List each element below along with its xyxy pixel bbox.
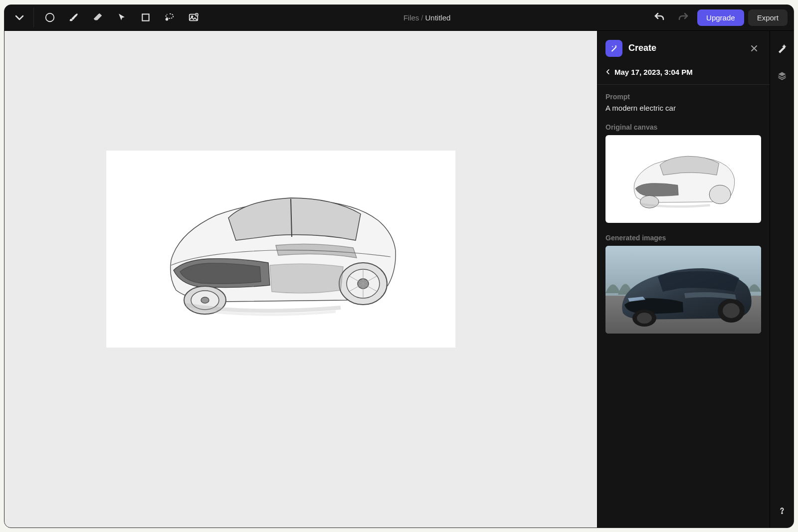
image-icon <box>188 12 199 23</box>
help-icon <box>777 506 787 516</box>
redo-icon <box>677 11 689 23</box>
layers-button[interactable] <box>774 68 790 84</box>
wand-icon <box>777 44 787 54</box>
circle-icon <box>44 12 55 23</box>
tool-pointer[interactable] <box>111 7 133 27</box>
panel-title: Create <box>628 43 741 53</box>
prompt-text: A modern electric car <box>605 104 762 112</box>
redo-button[interactable] <box>673 8 693 26</box>
menu-button[interactable] <box>10 8 28 26</box>
topbar-left <box>10 7 204 27</box>
panel-header: Create <box>598 31 770 64</box>
app-window: Files / Untitled Upgrade Export <box>4 4 794 528</box>
breadcrumb-root: Files <box>403 13 419 22</box>
chevron-left-icon <box>604 68 611 75</box>
svg-point-26 <box>782 513 783 514</box>
breadcrumb[interactable]: Files / Untitled <box>204 13 649 22</box>
back-button[interactable] <box>604 68 611 75</box>
tool-group <box>33 7 204 27</box>
create-panel: Create May 17, 2023, 3:04 PM Prompt A mo… <box>597 31 770 528</box>
topbar: Files / Untitled Upgrade Export <box>4 5 794 31</box>
tool-eraser[interactable] <box>87 7 109 27</box>
tool-crop[interactable] <box>135 7 157 27</box>
magic-tool-button[interactable] <box>774 41 790 57</box>
car-sketch-thumb <box>621 144 746 214</box>
svg-point-2 <box>166 18 168 20</box>
chevron-down-icon <box>13 11 25 23</box>
generated-car-render <box>605 246 761 334</box>
right-rail <box>770 31 794 528</box>
original-canvas-section: Original canvas <box>598 115 770 226</box>
tool-lasso[interactable] <box>159 7 181 27</box>
canvas-image[interactable] <box>106 151 455 348</box>
generated-images-section: Generated images <box>598 226 770 337</box>
panel-timestamp-row: May 17, 2023, 3:04 PM <box>598 64 770 84</box>
svg-point-0 <box>46 13 54 22</box>
close-panel-button[interactable] <box>747 41 762 56</box>
svg-rect-1 <box>142 14 149 20</box>
eraser-icon <box>92 12 103 23</box>
export-button[interactable]: Export <box>748 9 788 26</box>
breadcrumb-current: Untitled <box>425 13 451 22</box>
undo-button[interactable] <box>649 8 669 26</box>
lasso-icon <box>164 12 175 23</box>
undo-icon <box>653 11 665 23</box>
layers-icon <box>777 71 787 81</box>
svg-point-9 <box>201 297 209 303</box>
square-icon <box>141 12 151 22</box>
timestamp-text: May 17, 2023, 3:04 PM <box>614 68 693 76</box>
close-icon <box>749 43 759 53</box>
pointer-icon <box>117 12 127 22</box>
original-canvas-thumbnail[interactable] <box>605 135 761 223</box>
upgrade-button[interactable]: Upgrade <box>697 9 744 26</box>
svg-point-19 <box>709 185 731 204</box>
generated-images-label: Generated images <box>605 234 762 242</box>
svg-point-23 <box>637 313 652 324</box>
original-canvas-label: Original canvas <box>605 123 762 131</box>
prompt-label: Prompt <box>605 93 762 101</box>
topbar-right: Upgrade Export <box>649 8 788 26</box>
prompt-section: Prompt A modern electric car <box>598 85 770 115</box>
breadcrumb-separator: / <box>421 13 423 22</box>
tool-brush[interactable] <box>63 7 85 27</box>
generated-image-thumbnail[interactable] <box>605 246 761 334</box>
help-button[interactable] <box>774 503 790 519</box>
car-sketch-drawing <box>141 173 420 325</box>
canvas-area[interactable] <box>4 31 597 528</box>
magic-wand-icon <box>605 40 622 57</box>
brush-icon <box>68 12 79 23</box>
main-area: Create May 17, 2023, 3:04 PM Prompt A mo… <box>4 31 794 528</box>
svg-point-25 <box>723 303 740 318</box>
tool-circle[interactable] <box>39 7 61 27</box>
tool-image[interactable] <box>183 7 204 27</box>
